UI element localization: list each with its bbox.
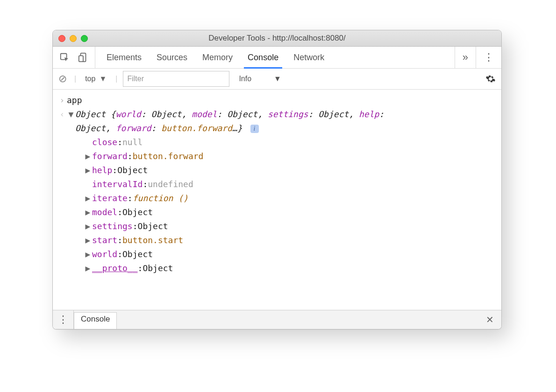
execution-context-label: top: [85, 75, 95, 83]
tab-network[interactable]: Network: [286, 47, 332, 68]
expand-triangle-icon[interactable]: ▶: [84, 247, 92, 261]
devtools-window: Developer Tools - http://localhost:8080/: [52, 30, 502, 329]
expand-triangle-icon[interactable]: ▶: [84, 233, 92, 247]
chevron-down-icon: ▼: [274, 75, 281, 83]
filter-input[interactable]: [123, 71, 229, 87]
log-level-select[interactable]: Info ▼: [239, 75, 281, 83]
console-output: › app ‹ ▼ Object {world: Object, model: …: [53, 90, 501, 310]
titlebar: Developer Tools - http://localhost:8080/: [53, 30, 501, 47]
expand-triangle-icon[interactable]: ▶: [84, 261, 92, 275]
object-summary[interactable]: Object {world: Object, model: Object, se…: [75, 107, 384, 135]
log-level-label: Info: [239, 75, 251, 83]
console-toolbar: ⊘ | top ▼ | Info ▼: [53, 69, 501, 90]
expand-triangle-icon[interactable]: ▶: [84, 205, 92, 219]
panel-tabs: Elements Sources Memory Console Network: [95, 47, 332, 68]
execution-context-select[interactable]: top ▼: [82, 73, 110, 84]
output-chevron-icon: ‹: [57, 107, 67, 121]
property-row[interactable]: ▶world: Object: [84, 247, 497, 261]
property-row[interactable]: ▶iterate: function (): [84, 191, 497, 205]
expand-triangle-icon[interactable]: ▶: [84, 191, 92, 205]
drawer-tab-console[interactable]: Console: [74, 312, 117, 329]
device-toolbar-icon[interactable]: [78, 52, 88, 63]
drawer-close-icon[interactable]: ✕: [478, 314, 501, 325]
collapse-toggle-icon[interactable]: ▼: [67, 107, 75, 121]
object-properties: close: null ▶forward: button.forward ▶he…: [57, 135, 497, 275]
info-badge-icon[interactable]: i: [250, 125, 259, 133]
expand-triangle-icon[interactable]: ▶: [84, 163, 92, 177]
console-input-echo: app: [67, 93, 82, 107]
property-row[interactable]: ▶settings: Object: [84, 219, 497, 233]
settings-menu-icon[interactable]: ⋮: [476, 47, 501, 68]
property-row[interactable]: ▶start: button.start: [84, 233, 497, 247]
property-row[interactable]: ▶forward: button.forward: [84, 149, 497, 163]
property-row[interactable]: ▶help: Object: [84, 163, 497, 177]
tab-console[interactable]: Console: [240, 47, 286, 68]
chevron-down-icon: ▼: [99, 75, 107, 83]
expand-triangle-icon[interactable]: ▶: [84, 149, 92, 163]
more-tabs-icon[interactable]: »: [455, 47, 476, 68]
expand-triangle-icon[interactable]: ▶: [84, 219, 92, 233]
tab-sources[interactable]: Sources: [149, 47, 195, 68]
inspect-element-icon[interactable]: [59, 52, 70, 63]
console-settings-icon[interactable]: [485, 74, 496, 84]
clear-console-icon[interactable]: ⊘: [58, 73, 67, 85]
property-row[interactable]: ▶model: Object: [84, 205, 497, 219]
tab-memory[interactable]: Memory: [195, 47, 240, 68]
devtools-tabbar: Elements Sources Memory Console Network …: [53, 47, 501, 69]
drawer: ⋮ Console ✕: [53, 310, 501, 329]
property-row[interactable]: intervalId: undefined: [84, 177, 497, 191]
window-title: Developer Tools - http://localhost:8080/: [53, 34, 501, 43]
tab-elements[interactable]: Elements: [99, 47, 149, 68]
input-chevron-icon: ›: [57, 93, 67, 107]
property-row[interactable]: ▶__proto__: Object: [84, 261, 497, 275]
drawer-menu-icon[interactable]: ⋮: [53, 310, 74, 329]
svg-rect-2: [79, 56, 83, 62]
property-row[interactable]: close: null: [84, 135, 497, 149]
